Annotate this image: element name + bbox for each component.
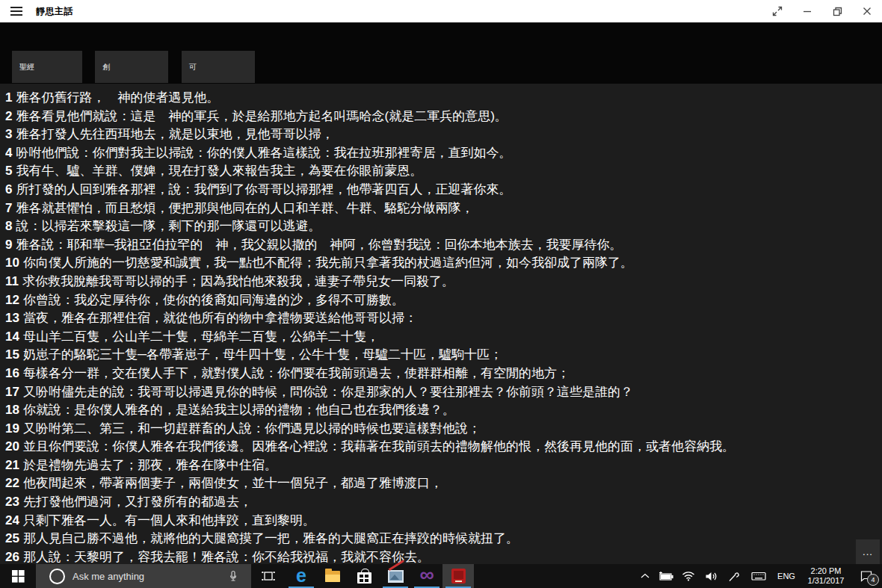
battery-charging-icon [659,571,673,581]
edge-icon: e [296,566,306,585]
verse-line: 20並且你們要說：你僕人雅各在我們後邊。因雅各心裡說：我藉著在我前頭去的禮物解他… [5,438,882,457]
pen-icon [728,571,740,582]
wifi-status-button[interactable] [677,564,700,588]
verse-text: 你向僕人所施的一切慈愛和誠實，我一點也不配得；我先前只拿著我的杖過這約但河，如今… [23,256,633,270]
app-bar-more-button[interactable]: ... [856,539,880,564]
system-tray: ENG 2:20 PM 1/31/2017 4 [635,564,882,588]
volume-button[interactable] [700,564,722,588]
cortana-search-box[interactable]: Ask me anything [36,564,251,588]
verse-number: 21 [5,458,19,472]
verse-text: 那人說：天黎明了，容我去罷！雅各說：你不給我祝福，我就不容你去。 [23,550,430,564]
verse-text: 只剩下雅各一人。有一個人來和他摔跤，直到黎明。 [23,513,315,527]
minimize-icon [803,7,812,16]
verse-text: 雅各說：耶和華─我祖亞伯拉罕的 神，我父親以撒的 神阿，你曾對我說：回你本地本族… [16,238,622,252]
verse-number: 8 [5,219,12,233]
close-button[interactable] [852,0,882,22]
minimize-button[interactable] [792,0,822,22]
taskbar: Ask me anything e [0,564,882,588]
verse-line: 13當夜，雅各在那裡住宿，就從他所有的物中拿禮物要送給他哥哥以掃： [5,309,882,328]
taskbar-apps: e ∞ [286,564,474,588]
windows-ink-button[interactable] [722,564,746,588]
photo-editor-icon [388,570,404,583]
clock[interactable]: 2:20 PM 1/31/2017 [801,564,851,588]
verse-line: 21於是禮物先過去了；那夜，雅各在隊中住宿。 [5,457,882,475]
titlebar: 靜思主話 [0,0,882,22]
cortana-icon [49,569,65,584]
menu-button[interactable] [0,0,36,22]
chevron-up-icon [640,572,650,581]
fullscreen-button[interactable] [762,0,792,22]
verse-line: 22他夜間起來，帶著兩個妻子，兩個使女，並十一個兒子，都過了雅博渡口， [5,474,882,493]
verse-number: 5 [5,164,12,178]
tray-overflow-button[interactable] [635,564,655,588]
verse-text: 雅各打發人先往西珥地去，就是以東地，見他哥哥以掃， [16,127,333,141]
verse-line: 1雅各仍舊行路， 神的使者遇見他。 [5,89,882,108]
verse-text: 奶崽子的駱駝三十隻─各帶著崽子，母牛四十隻，公牛十隻，母驢二十匹，驢駒十匹； [23,347,502,362]
verse-number: 7 [5,201,12,215]
verse-line: 14母山羊二百隻，公山羊二十隻，母綿羊二百隻，公綿羊二十隻， [5,328,882,347]
fullscreen-icon [772,6,783,16]
language-indicator[interactable]: ENG [771,564,801,588]
task-view-icon [261,570,276,582]
verse-number: 2 [5,109,12,123]
verse-line: 5我有牛、驢、羊群、僕婢，現在打發人來報告我主，為要在你眼前蒙恩。 [5,162,882,181]
verse-number: 11 [5,274,19,288]
bible-version-selector[interactable]: 聖經 [12,51,82,83]
app-title: 靜思主話 [36,5,73,18]
verse-text: 你曾說：我必定厚待你，使你的後裔如同海邊的沙，多得不可勝數。 [23,293,404,307]
verse-number: 23 [5,495,19,509]
restore-button[interactable] [822,0,852,22]
bible-app-icon [451,569,466,584]
verse-line: 15奶崽子的駱駝三十隻─各帶著崽子，母牛四十隻，公牛十隻，母驢二十匹，驢駒十匹； [5,346,882,365]
verse-text: 那人見自己勝不過他，就將他的大腿窩摸了一把，雅各的大腿窩正在摔跤的時候就扭了。 [23,531,519,545]
verse-text: 當夜，雅各在那裡住宿，就從他所有的物中拿禮物要送給他哥哥以掃： [23,311,417,325]
verse-text: 又吩咐儘先走的說：我哥哥以掃遇見你的時候，問你說：你是那家的人？要往那裡去？你前… [23,385,633,399]
verse-line: 18你就說：是你僕人雅各的，是送給我主以掃的禮物；他自己也在我們後邊？。 [5,401,882,420]
chapter-selector[interactable]: 可 [182,51,255,83]
file-explorer-icon [325,571,340,582]
verse-text: 又吩咐第二、第三，和一切趕群畜的人說：你們遇見以掃的時候也要這樣對他說； [23,421,481,436]
visual-studio-taskbar-button[interactable]: ∞ [411,564,442,588]
verse-text: 他夜間起來，帶著兩個妻子，兩個使女，並十一個兒子，都過了雅博渡口， [23,476,442,490]
verse-text: 並且你們要說：你僕人雅各在我們後邊。因雅各心裡說：我藉著在我前頭去的禮物解他的恨… [23,439,735,454]
notification-badge: 4 [867,574,879,586]
verse-line: 11求你救我脫離我哥哥以掃的手；因為我怕他來殺我，連妻子帶兒女一同殺了。 [5,273,882,291]
verse-line: 23先打發他們過河，又打發所有的都過去， [5,493,882,512]
chapter-label: 可 [182,62,197,72]
verse-text: 雅各看見他們就說：這是 神的軍兵，於是給那地方起名叫瑪哈念(就是二軍兵的意思)。 [16,109,507,123]
verse-number: 22 [5,476,19,490]
verse-number: 10 [5,256,19,270]
verse-number: 9 [5,238,12,252]
verse-number: 15 [5,347,19,362]
verse-line: 16每樣各分一群，交在僕人手下，就對僕人說：你們要在我前頭過去，使群群相離，有空… [5,365,882,383]
verse-text: 求你救我脫離我哥哥以掃的手；因為我怕他來殺我，連妻子帶兒女一同殺了。 [22,274,454,288]
verse-number: 16 [5,366,19,380]
verse-number: 19 [5,421,19,436]
bible-app-taskbar-button[interactable] [442,564,474,588]
start-button[interactable] [0,564,36,588]
verse-text: 雅各仍舊行路， 神的使者遇見他。 [16,90,219,105]
store-icon [357,569,371,584]
touch-keyboard-button[interactable] [746,564,771,588]
verse-text: 說：以掃若來擊殺這一隊，剩下的那一隊還可以逃避。 [16,219,321,233]
verse-number: 6 [5,182,12,196]
search-placeholder: Ask me anything [73,571,227,582]
verse-text: 母山羊二百隻，公山羊二十隻，母綿羊二百隻，公綿羊二十隻， [23,329,379,344]
verse-number: 26 [5,550,19,564]
windows-store-taskbar-button[interactable] [348,564,380,588]
edge-taskbar-button[interactable]: e [286,564,317,588]
action-center-button[interactable]: 4 [851,564,882,588]
verse-number: 25 [5,531,19,545]
clock-time: 2:20 PM [811,566,842,575]
task-view-button[interactable] [251,564,286,588]
verse-line: 9雅各說：耶和華─我祖亞伯拉罕的 神，我父親以撒的 神阿，你曾對我說：回你本地本… [5,236,882,255]
file-explorer-taskbar-button[interactable] [317,564,348,588]
battery-status-button[interactable] [655,564,677,588]
photo-editor-taskbar-button[interactable] [380,564,411,588]
microphone-icon[interactable] [227,570,239,582]
book-selector[interactable]: 創 [95,51,168,83]
verse-line: 4吩咐他們說：你們對我主以掃說：你的僕人雅各這樣說：我在拉班那裡寄居，直到如今。 [5,144,882,163]
verse-line: 2雅各看見他們就說：這是 神的軍兵，於是給那地方起名叫瑪哈念(就是二軍兵的意思)… [5,108,882,126]
bible-version-label: 聖經 [12,62,34,72]
verse-number: 24 [5,513,19,527]
